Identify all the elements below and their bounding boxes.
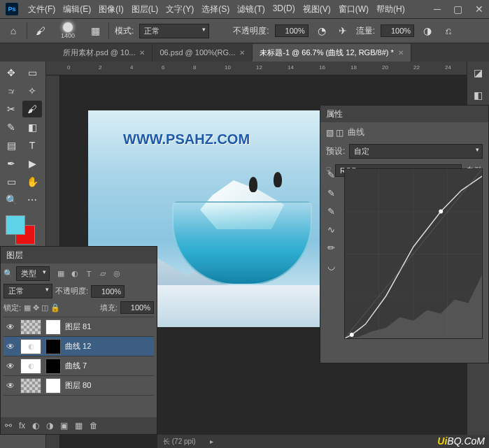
lock-all-icon[interactable]: 🔒 xyxy=(50,303,60,312)
pencil-icon[interactable]: ✏ xyxy=(325,241,337,254)
pen-tool[interactable]: ✒ xyxy=(1,155,21,172)
ruler-horizontal[interactable]: 0 2 4 6 8 10 12 14 16 18 20 22 24 xyxy=(46,62,467,75)
magic-wand-tool[interactable]: ✧ xyxy=(22,82,42,99)
pressure-size-icon[interactable]: ◑ xyxy=(420,23,435,38)
mode-dropdown[interactable]: 正常 xyxy=(139,24,209,38)
mask-thumb[interactable] xyxy=(45,319,61,335)
hand-tool[interactable]: ✋ xyxy=(22,173,42,190)
visibility-icon[interactable]: 👁 xyxy=(6,322,16,332)
fill-input[interactable]: 100% xyxy=(120,301,154,314)
crop-tool[interactable]: ✂ xyxy=(1,101,21,117)
foreground-color[interactable] xyxy=(6,215,25,235)
layer-thumb[interactable] xyxy=(20,319,41,335)
eyedropper-white-icon[interactable]: ✎ xyxy=(325,205,337,217)
layer-filter-dropdown[interactable]: 类型 xyxy=(16,266,50,281)
layer-row[interactable]: 👁 图层 81 xyxy=(3,317,154,337)
close-icon[interactable]: ✕ xyxy=(398,49,404,57)
color-panel-icon[interactable]: ◧ xyxy=(472,88,486,102)
lock-position-icon[interactable]: ✥ xyxy=(33,303,39,312)
lock-pixels-icon[interactable]: ▦ xyxy=(24,303,31,312)
panel-icon[interactable]: ◪ xyxy=(472,66,486,80)
adjustment-thumb[interactable]: ◐ xyxy=(20,359,41,374)
mask-icon[interactable]: ◐ xyxy=(32,421,39,431)
curves-graph[interactable] xyxy=(344,168,483,339)
close-icon[interactable]: ✕ xyxy=(139,49,145,57)
move-tool[interactable]: ✥ xyxy=(1,64,21,81)
eyedropper-tool[interactable]: ✎ xyxy=(1,119,21,136)
zoom-tool[interactable]: 🔍 xyxy=(1,192,21,208)
marquee-tool[interactable]: ▭ xyxy=(22,64,42,81)
lock-artboard-icon[interactable]: ◫ xyxy=(41,303,48,312)
menu-help[interactable]: 帮助(H) xyxy=(374,2,408,17)
menu-filter[interactable]: 滤镜(T) xyxy=(234,2,267,17)
smooth-icon[interactable]: ◡ xyxy=(325,259,337,272)
svg-point-2 xyxy=(439,209,443,213)
doc-tab-3[interactable]: 未标题-1 @ 66.7% (曲线 12, RGB/8#) *✕ xyxy=(253,44,411,62)
layer-thumb[interactable] xyxy=(20,378,41,393)
color-swatches[interactable] xyxy=(6,215,41,250)
more-tools[interactable]: ⋯ xyxy=(22,192,42,208)
maximize-button[interactable]: ▢ xyxy=(453,3,462,15)
filter-smart-icon[interactable]: ◎ xyxy=(111,268,122,280)
layer-row[interactable]: 👁 ◐ 曲线 12 xyxy=(3,337,154,356)
filter-adjust-icon[interactable]: ◐ xyxy=(69,268,80,280)
layer-opacity-input[interactable]: 100% xyxy=(91,285,125,298)
minimize-button[interactable]: ─ xyxy=(434,3,441,15)
menu-select[interactable]: 选择(S) xyxy=(199,2,232,17)
flow-input[interactable]: 100% xyxy=(381,24,414,37)
filter-shape-icon[interactable]: ▱ xyxy=(97,268,108,280)
shape-tool[interactable]: ▭ xyxy=(1,173,21,190)
properties-panel-tab[interactable]: 属性 xyxy=(320,106,488,122)
filter-pixel-icon[interactable]: ▦ xyxy=(55,268,66,280)
blend-mode-dropdown[interactable]: 正常 xyxy=(3,284,52,298)
text-tool[interactable]: T xyxy=(22,137,42,154)
doc-tab-1[interactable]: 所用素材.psd @ 10...✕ xyxy=(56,44,153,62)
menu-view[interactable]: 视图(V) xyxy=(300,2,334,17)
eyedropper-black-icon[interactable]: ✎ xyxy=(325,168,337,181)
brush-panel-icon[interactable]: ▦ xyxy=(87,23,103,38)
opacity-input[interactable]: 100% xyxy=(275,24,309,37)
menu-file[interactable]: 文件(F) xyxy=(25,2,58,17)
adjustment-thumb[interactable]: ◐ xyxy=(20,339,41,354)
eyedropper-gray-icon[interactable]: ✎ xyxy=(325,187,337,199)
pressure-opacity-icon[interactable]: ◔ xyxy=(314,23,329,38)
menu-text[interactable]: 文字(Y) xyxy=(163,2,197,17)
lasso-tool[interactable]: ⟉ xyxy=(1,82,21,99)
menu-edit[interactable]: 编辑(E) xyxy=(60,2,94,17)
close-icon[interactable]: ✕ xyxy=(239,49,245,57)
filter-text-icon[interactable]: T xyxy=(83,268,94,280)
path-select-tool[interactable]: ▶ xyxy=(22,155,42,172)
visibility-icon[interactable]: 👁 xyxy=(6,361,16,371)
mask-thumb[interactable] xyxy=(45,359,61,374)
brush-tool[interactable]: 🖌 xyxy=(22,101,42,117)
brush-preview[interactable]: 1400 xyxy=(54,22,82,39)
layers-panel-tab[interactable]: 图层 xyxy=(1,247,157,263)
curve-edit-icon[interactable]: ∿ xyxy=(325,223,337,236)
fill-label: 填充: xyxy=(100,303,118,313)
layer-row[interactable]: 👁 ◐ 曲线 7 xyxy=(3,356,154,376)
preset-dropdown[interactable]: 自定 xyxy=(349,144,483,159)
new-layer-icon[interactable]: ▦ xyxy=(75,421,83,431)
mask-thumb[interactable] xyxy=(45,378,61,393)
brush-tool-icon[interactable]: 🖌 xyxy=(33,23,48,38)
symmetry-icon[interactable]: ⎌ xyxy=(441,23,456,38)
link-layers-icon[interactable]: ⚯ xyxy=(5,421,12,431)
fx-icon[interactable]: fx xyxy=(19,421,25,431)
gradient-tool[interactable]: ▤ xyxy=(1,137,21,154)
menu-3d[interactable]: 3D(D) xyxy=(270,2,298,17)
menu-window[interactable]: 窗口(W) xyxy=(336,2,371,17)
delete-icon[interactable]: 🗑 xyxy=(90,421,98,431)
menu-image[interactable]: 图像(I) xyxy=(96,2,126,17)
group-icon[interactable]: ▣ xyxy=(60,421,68,431)
eraser-tool[interactable]: ◧ xyxy=(22,119,42,136)
visibility-icon[interactable]: 👁 xyxy=(6,342,16,352)
close-button[interactable]: ✕ xyxy=(475,3,483,15)
menu-layer[interactable]: 图层(L) xyxy=(129,2,162,17)
doc-tab-2[interactable]: 06.psd @ 100%(RG...✕ xyxy=(153,45,253,60)
layer-row[interactable]: 👁 图层 80 xyxy=(3,376,154,396)
home-icon[interactable]: ⌂ xyxy=(6,23,21,38)
visibility-icon[interactable]: 👁 xyxy=(6,381,16,391)
airbrush-icon[interactable]: ✈ xyxy=(335,23,350,38)
adjustment-icon[interactable]: ◑ xyxy=(46,421,53,431)
mask-thumb[interactable] xyxy=(45,339,61,354)
